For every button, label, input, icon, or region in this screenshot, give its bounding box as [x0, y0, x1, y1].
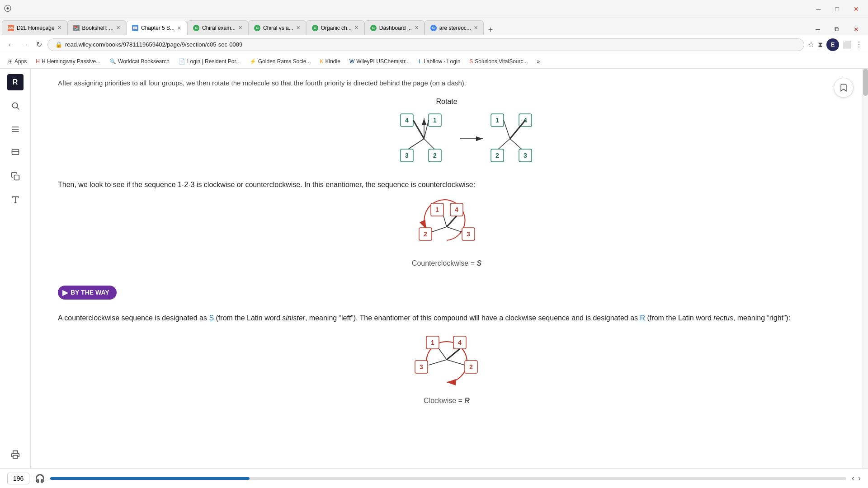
- close-button[interactable]: ✕: [848, 4, 864, 14]
- svg-line-44: [443, 216, 447, 227]
- refresh-button[interactable]: ↻: [34, 38, 44, 51]
- tab-favicon-chiral-vs: G: [254, 25, 260, 31]
- star-icon[interactable]: ☆: [808, 40, 814, 49]
- next-page-button[interactable]: ›: [858, 474, 861, 483]
- bookmark-apps[interactable]: ⊞ Apps: [5, 57, 29, 66]
- tab-chiral-exam[interactable]: G Chiral exam... ✕: [187, 20, 248, 35]
- minimize-button[interactable]: ─: [811, 4, 826, 14]
- bookmark-wileyplus-icon: W: [349, 58, 354, 65]
- clockwise-svg: 1 4 3 2: [401, 333, 492, 391]
- content-area: After assigning priorities to all four g…: [31, 69, 863, 468]
- audio-icon[interactable]: 🎧: [35, 474, 45, 483]
- svg-line-57: [439, 349, 447, 360]
- sidebar-text-icon[interactable]: [7, 192, 24, 208]
- address-bar: ← → ↻ 🔒 read.wiley.com/books/97811196594…: [0, 35, 868, 54]
- tab-close-chapter5[interactable]: ✕: [177, 25, 181, 31]
- more-icon[interactable]: ⋮: [855, 40, 863, 49]
- tab-bookshelf[interactable]: 📚 Bookshelf: ... ✕: [67, 20, 126, 35]
- new-tab-button[interactable]: +: [484, 25, 498, 35]
- tab-favicon-d2l: D2L: [8, 25, 14, 31]
- sidebar-toggle-icon[interactable]: ⬜: [843, 40, 852, 49]
- bookmark-more-label: »: [537, 58, 540, 65]
- bookmark-kindle-label: Kindle: [326, 58, 340, 65]
- bookmark-solutions[interactable]: S Solutions:VitalSourc...: [467, 57, 530, 66]
- url-text: read.wiley.com/books/9781119659402/page/…: [65, 41, 242, 48]
- tab-close-chiral-vs[interactable]: ✕: [296, 25, 300, 31]
- tab-close-d2l[interactable]: ✕: [57, 25, 61, 31]
- bookmark-login[interactable]: 📄 Login | Resident Por...: [176, 57, 243, 66]
- tab-close-organic[interactable]: ✕: [354, 25, 359, 31]
- svg-text:3: 3: [524, 152, 527, 159]
- svg-text:2: 2: [469, 363, 473, 371]
- svg-line-60: [447, 360, 465, 365]
- tab-organic[interactable]: G Organic ch... ✕: [306, 20, 364, 35]
- sequence-text: Then, we look to see if the sequence 1-2…: [58, 179, 835, 191]
- sidebar-menu-icon[interactable]: [7, 121, 24, 137]
- tab-title-chiral-vs: Chiral vs a...: [263, 25, 293, 31]
- back-button[interactable]: ←: [5, 39, 16, 51]
- s-link[interactable]: S: [209, 314, 214, 322]
- svg-text:4: 4: [405, 117, 409, 124]
- sidebar-comment-icon[interactable]: [7, 145, 24, 161]
- svg-rect-7: [14, 175, 19, 180]
- svg-line-46: [431, 227, 447, 232]
- by-the-way-badge[interactable]: ▶ BY THE WAY: [58, 286, 835, 307]
- close-button-2[interactable]: ✕: [848, 24, 864, 35]
- profile-icon[interactable]: E: [826, 38, 839, 51]
- sidebar-copy-icon[interactable]: [7, 168, 24, 184]
- tab-favicon-organic: G: [312, 25, 318, 31]
- svg-line-21: [424, 139, 435, 150]
- sidebar-logo[interactable]: R: [7, 74, 24, 90]
- tab-close-dashboard[interactable]: ✕: [415, 25, 419, 31]
- forward-button[interactable]: →: [20, 39, 31, 51]
- bookmark-golden-rams[interactable]: ⚡ Golden Rams Socie...: [247, 57, 314, 66]
- tab-chapter5[interactable]: 📖 Chapter 5 S... ✕: [126, 21, 187, 35]
- bookmark-hemingway[interactable]: H H Hemingway Passive...: [33, 57, 103, 66]
- progress-bar-container[interactable]: [50, 477, 846, 480]
- bookmark-solutions-icon: S: [469, 58, 473, 65]
- tab-favicon-chiral-exam: G: [193, 25, 199, 31]
- tab-title-chiral-exam: Chiral exam...: [202, 25, 236, 31]
- svg-line-31: [504, 120, 510, 139]
- rotate-diagram: Rotate 4: [58, 98, 835, 170]
- url-bar[interactable]: 🔒 read.wiley.com/books/9781119659402/pag…: [47, 38, 804, 51]
- bookmark-solutions-label: Solutions:VitalSourc...: [475, 58, 528, 65]
- counterclockwise-diagram: 1 4 2 3 Countercl: [58, 200, 835, 277]
- restore-button[interactable]: ⧉: [829, 23, 844, 35]
- bookmark-button[interactable]: [834, 78, 854, 98]
- bookmark-labflow[interactable]: L Labflow - Login: [416, 57, 463, 66]
- tab-close-stereo[interactable]: ✕: [474, 25, 478, 31]
- scrollbar[interactable]: [863, 69, 868, 468]
- bookmark-more[interactable]: »: [534, 57, 543, 66]
- scrollbar-thumb[interactable]: [863, 69, 868, 96]
- bookmark-kindle[interactable]: K Kindle: [317, 57, 343, 66]
- tab-favicon-bookshelf: 📚: [73, 25, 80, 31]
- extensions-icon[interactable]: ⧗: [818, 41, 823, 49]
- window-controls: ─ □ ✕: [811, 4, 864, 14]
- maximize-button[interactable]: □: [830, 4, 844, 14]
- bookmark-golden-rams-label: Golden Rams Socie...: [258, 58, 311, 65]
- svg-text:2: 2: [433, 152, 437, 159]
- bookmark-worldcat-icon: 🔍: [109, 58, 116, 65]
- bookmark-wileyplus[interactable]: W WileyPLUSChemistr...: [347, 57, 412, 66]
- tab-close-bookshelf[interactable]: ✕: [116, 25, 120, 31]
- bookmark-worldcat[interactable]: 🔍 Worldcat Booksearch: [107, 57, 172, 66]
- svg-line-47: [447, 227, 462, 232]
- tab-favicon-chapter5: 📖: [132, 25, 138, 31]
- tab-dashboard[interactable]: G Dashboard ... ✕: [364, 20, 425, 35]
- tab-close-chiral-exam[interactable]: ✕: [238, 25, 242, 31]
- tab-d2l[interactable]: D2L D2L Homepage ✕: [2, 20, 67, 35]
- minimize-button-2[interactable]: ─: [810, 24, 826, 35]
- sidebar-search-icon[interactable]: [7, 98, 24, 114]
- prev-page-button[interactable]: ‹: [852, 474, 854, 483]
- tab-stereo[interactable]: G are stereoc... ✕: [425, 20, 484, 35]
- tab-favicon-dashboard: G: [370, 25, 377, 31]
- tab-title-d2l: D2L Homepage: [17, 25, 55, 31]
- page-number: 196: [7, 473, 29, 484]
- bookmark-worldcat-label: Worldcat Booksearch: [118, 58, 170, 65]
- tab-chiral-vs[interactable]: G Chiral vs a... ✕: [248, 20, 306, 35]
- main-area: R: [0, 69, 868, 468]
- nav-arrows: ‹ ›: [852, 474, 861, 483]
- r-link[interactable]: R: [640, 314, 646, 322]
- sidebar-print-icon[interactable]: [7, 446, 24, 463]
